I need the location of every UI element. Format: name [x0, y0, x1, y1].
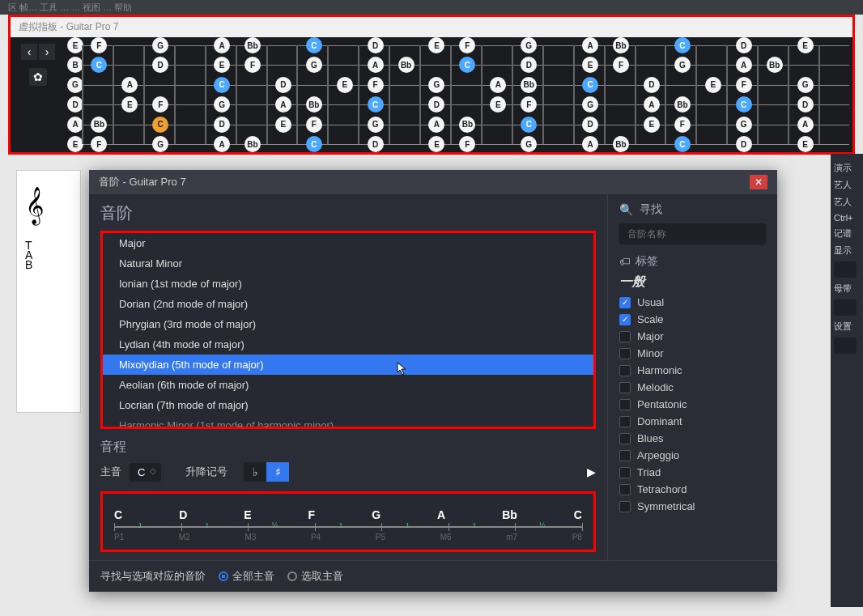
fret-note[interactable]: Bb: [91, 117, 107, 133]
fret-note[interactable]: D: [152, 57, 168, 73]
fret-note[interactable]: F: [521, 96, 537, 113]
panel-icon[interactable]: [834, 261, 857, 278]
right-panel-item[interactable]: Ctrl+: [834, 213, 860, 223]
tag-blues[interactable]: Blues: [619, 430, 766, 447]
fret-note[interactable]: D: [275, 77, 291, 93]
fret-note[interactable]: C: [521, 117, 537, 133]
radio-select-tonic[interactable]: 选取主音: [287, 569, 343, 584]
tag-harmonic[interactable]: Harmonic: [619, 362, 766, 379]
fret-note[interactable]: F: [91, 37, 107, 53]
fret-note[interactable]: D: [368, 37, 384, 53]
fret-note[interactable]: G: [521, 136, 537, 152]
fret-note[interactable]: G: [152, 136, 168, 152]
fret-note[interactable]: C: [674, 37, 691, 53]
fret-note[interactable]: C: [214, 77, 230, 93]
tag-melodic[interactable]: Melodic: [619, 379, 766, 396]
fret-note[interactable]: Bb: [767, 57, 783, 73]
fret-note[interactable]: Bb: [521, 77, 537, 93]
right-panel-item[interactable]: 设置: [834, 321, 860, 333]
fret-note[interactable]: A: [644, 96, 660, 113]
fret-note[interactable]: Bb: [244, 37, 261, 53]
fret-note[interactable]: E: [797, 136, 814, 152]
fret-note[interactable]: E: [214, 57, 230, 73]
fret-note[interactable]: Bb: [306, 96, 322, 113]
fret-note[interactable]: G: [736, 117, 752, 133]
fret-note[interactable]: Bb: [613, 136, 629, 152]
fret-note[interactable]: A: [121, 77, 138, 93]
fret-note[interactable]: C: [306, 136, 322, 152]
tag-dominant[interactable]: Dominant: [619, 413, 766, 430]
fretboard-next-button[interactable]: ›: [39, 44, 55, 60]
tag-tetrachord[interactable]: Tetrachord: [619, 481, 766, 498]
fret-note[interactable]: E: [428, 136, 444, 152]
fretboard-settings-button[interactable]: ✿: [29, 68, 47, 86]
fret-note[interactable]: E: [337, 77, 353, 93]
fret-note[interactable]: D: [368, 136, 384, 152]
fret-note[interactable]: F: [674, 117, 691, 133]
fret-note[interactable]: Bb: [459, 117, 475, 133]
fret-note[interactable]: E: [582, 57, 598, 73]
scale-item[interactable]: Lydian (4th mode of major): [103, 334, 593, 355]
tonic-select[interactable]: C: [130, 463, 161, 482]
fret-note[interactable]: E: [275, 117, 291, 133]
fret-note[interactable]: G: [674, 57, 691, 73]
fret-note[interactable]: D: [736, 37, 752, 53]
fret-note[interactable]: E: [797, 37, 814, 53]
fret-note[interactable]: G: [214, 96, 230, 113]
fret-note[interactable]: A: [67, 117, 83, 133]
fret-note[interactable]: G: [368, 117, 384, 133]
fret-note[interactable]: G: [67, 77, 83, 93]
fret-note[interactable]: E: [67, 37, 83, 53]
fret-note[interactable]: A: [582, 136, 598, 152]
right-panel-item[interactable]: 艺人: [834, 196, 860, 208]
play-button[interactable]: ▶: [587, 465, 596, 478]
dialog-titlebar[interactable]: 音阶 - Guitar Pro 7 ✕: [89, 170, 777, 194]
scale-item[interactable]: Phrygian (3rd mode of major): [103, 314, 593, 334]
fret-note[interactable]: F: [306, 117, 322, 133]
scale-item[interactable]: Natural Minor: [103, 253, 593, 274]
fret-note[interactable]: Bb: [244, 136, 261, 152]
fret-note[interactable]: A: [214, 136, 230, 152]
fret-note[interactable]: E: [428, 37, 444, 53]
fret-note[interactable]: F: [91, 136, 107, 152]
tag-minor[interactable]: Minor: [619, 345, 766, 362]
fret-note[interactable]: F: [244, 57, 261, 73]
flat-toggle[interactable]: ♭: [244, 462, 266, 482]
fret-note[interactable]: F: [459, 37, 475, 53]
fret-note[interactable]: B: [67, 57, 83, 73]
fret-note[interactable]: A: [582, 37, 598, 53]
fret-note[interactable]: E: [121, 96, 138, 113]
fret-note[interactable]: G: [582, 96, 598, 113]
scale-list[interactable]: MajorNatural MinorIonian (1st mode of ma…: [100, 231, 596, 429]
fret-note[interactable]: E: [644, 117, 660, 133]
fret-note[interactable]: D: [644, 77, 660, 93]
fret-note[interactable]: C: [368, 96, 384, 113]
scale-item[interactable]: Harmonic Minor (1st mode of harmonic min…: [103, 415, 593, 429]
fret-note[interactable]: G: [428, 77, 444, 93]
fret-note[interactable]: G: [797, 77, 814, 93]
scale-item[interactable]: Ionian (1st mode of major): [103, 274, 593, 294]
right-panel-item[interactable]: 显示: [834, 244, 860, 257]
tag-major[interactable]: Major: [619, 328, 766, 345]
scale-item[interactable]: Dorian (2nd mode of major): [103, 294, 593, 314]
right-panel-item[interactable]: 记谱: [834, 227, 860, 240]
fret-note[interactable]: D: [582, 117, 598, 133]
fret-note[interactable]: F: [459, 136, 475, 152]
tag-pentatonic[interactable]: Pentatonic: [619, 396, 766, 413]
fret-note[interactable]: C: [674, 136, 691, 152]
scale-item[interactable]: Locrian (7th mode of major): [103, 395, 593, 415]
fret-note[interactable]: G: [152, 37, 168, 53]
fret-note[interactable]: C: [152, 117, 168, 133]
radio-all-tonics[interactable]: 全部主音: [219, 569, 274, 584]
fret-note[interactable]: C: [736, 96, 752, 113]
fret-note[interactable]: F: [613, 57, 629, 73]
panel-icon[interactable]: [834, 300, 857, 316]
fret-note[interactable]: E: [705, 77, 721, 93]
fret-note[interactable]: A: [736, 57, 752, 73]
scale-item[interactable]: Mixolydian (5th mode of major): [103, 355, 593, 375]
fret-note[interactable]: D: [214, 117, 230, 133]
search-input[interactable]: [619, 223, 766, 244]
fretboard-neck[interactable]: EFGABbCDEFGABbCDEBCDEFGABbCDEFGABbGACDEF…: [66, 37, 852, 152]
fret-note[interactable]: A: [275, 96, 291, 113]
fret-note[interactable]: A: [368, 57, 384, 73]
